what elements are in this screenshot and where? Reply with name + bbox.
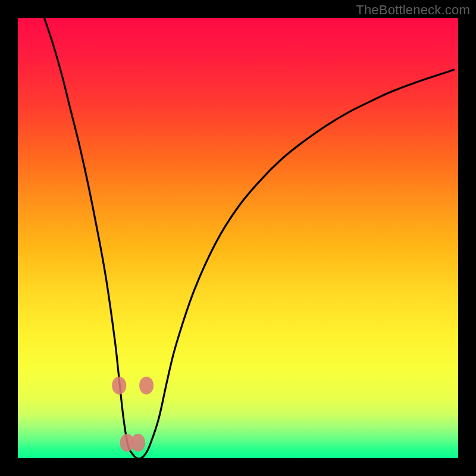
plot-area	[18, 18, 458, 458]
chart-frame: TheBottleneck.com	[0, 0, 476, 476]
highlight-dot	[139, 377, 154, 394]
highlight-dot	[112, 377, 126, 394]
curve-svg	[18, 18, 458, 458]
attribution-label: TheBottleneck.com	[356, 2, 470, 18]
highlight-dot	[131, 434, 145, 452]
bottleneck-curve	[44, 18, 453, 458]
highlight-dots	[112, 377, 154, 452]
